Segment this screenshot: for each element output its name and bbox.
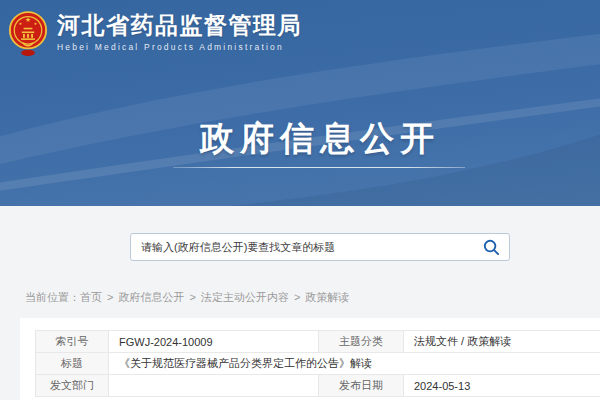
site-name-english: Hebei Medical Products Administration bbox=[57, 42, 302, 52]
title-label: 标题 bbox=[36, 353, 109, 375]
breadcrumb-item-gov-info[interactable]: 政府信息公开 bbox=[118, 291, 184, 303]
department-label: 发文部门 bbox=[36, 375, 109, 397]
banner-divider bbox=[173, 167, 465, 168]
table-row: 标题 《关于规范医疗器械产品分类界定工作的公告》解读 bbox=[36, 353, 600, 375]
index-number-label: 索引号 bbox=[36, 331, 109, 353]
page-title: 政府信息公开 bbox=[200, 116, 440, 162]
table-row: 索引号 FGWJ-2024-10009 主题分类 法规文件 / 政策解读 bbox=[36, 331, 600, 353]
breadcrumb-item-policy[interactable]: 政策解读 bbox=[305, 291, 349, 303]
search-icon bbox=[483, 239, 500, 256]
search-input[interactable] bbox=[131, 234, 473, 260]
main-content: 当前位置：首页>政府信息公开>法定主动公开内容>政策解读 索引号 FGWJ-20… bbox=[0, 206, 600, 400]
department-value bbox=[109, 375, 319, 397]
site-name: 河北省药品监督管理局 bbox=[57, 13, 302, 38]
breadcrumb-prefix: 当前位置： bbox=[25, 291, 80, 303]
category-label: 主题分类 bbox=[319, 331, 404, 353]
category-value: 法规文件 / 政策解读 bbox=[404, 331, 600, 353]
brand-text: 河北省药品监督管理局 Hebei Medical Products Admini… bbox=[57, 10, 302, 52]
index-number-value: FGWJ-2024-10009 bbox=[109, 331, 319, 353]
site-header: ★ ★ ★ 河北省药品监督管理局 Hebei Medical Products … bbox=[0, 0, 600, 206]
breadcrumb: 当前位置：首页>政府信息公开>法定主动公开内容>政策解读 bbox=[25, 290, 349, 305]
svg-text:★: ★ bbox=[25, 16, 31, 23]
china-national-emblem-icon: ★ ★ ★ bbox=[8, 10, 48, 58]
breadcrumb-separator: > bbox=[189, 291, 195, 303]
breadcrumb-item-disclosure[interactable]: 法定主动公开内容 bbox=[201, 291, 289, 303]
document-info-panel: 索引号 FGWJ-2024-10009 主题分类 法规文件 / 政策解读 标题 … bbox=[20, 318, 600, 400]
breadcrumb-item-home[interactable]: 首页 bbox=[80, 291, 102, 303]
publish-date-value: 2024-05-13 bbox=[404, 375, 600, 397]
breadcrumb-separator: > bbox=[107, 291, 113, 303]
document-info-table: 索引号 FGWJ-2024-10009 主题分类 法规文件 / 政策解读 标题 … bbox=[35, 330, 600, 397]
title-value: 《关于规范医疗器械产品分类界定工作的公告》解读 bbox=[109, 353, 600, 375]
publish-date-label: 发布日期 bbox=[319, 375, 404, 397]
search-button[interactable] bbox=[473, 234, 509, 260]
site-logo-link[interactable]: ★ ★ ★ 河北省药品监督管理局 Hebei Medical Products … bbox=[10, 10, 302, 58]
table-row: 发文部门 发布日期 2024-05-13 bbox=[36, 375, 600, 397]
search-box bbox=[130, 233, 510, 261]
breadcrumb-separator: > bbox=[294, 291, 300, 303]
